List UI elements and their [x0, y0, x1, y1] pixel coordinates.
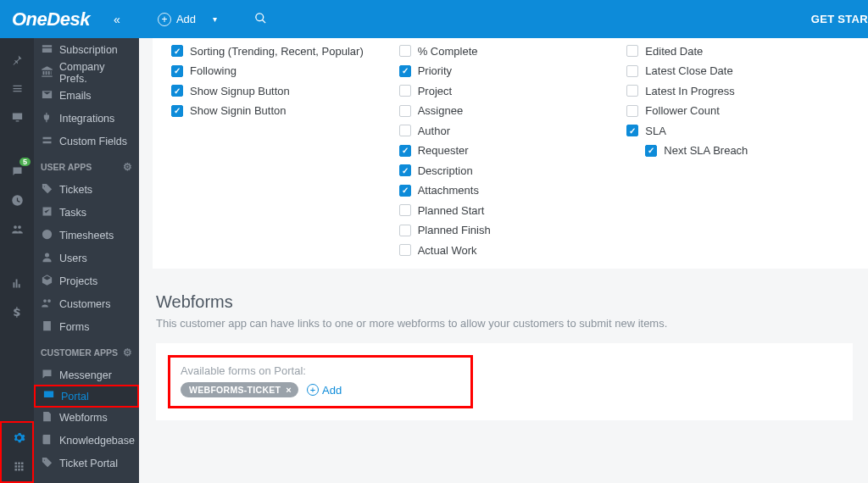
- checkbox-attachments[interactable]: ✓Attachments: [399, 180, 627, 201]
- checkbox-label: Planned Start: [418, 204, 485, 217]
- checkbox-icon: [399, 45, 411, 57]
- nav-timesheets[interactable]: Timesheets: [34, 224, 139, 247]
- nav-webforms[interactable]: Webforms: [34, 406, 139, 429]
- user-icon: [41, 251, 53, 266]
- checkbox-label: SLA: [645, 125, 666, 137]
- chip-remove-icon[interactable]: ×: [286, 385, 292, 395]
- checkbox-assignee[interactable]: Assignee: [399, 101, 627, 121]
- add-webform-button[interactable]: + Add: [307, 384, 342, 397]
- rail-pin-icon[interactable]: [0, 45, 34, 74]
- plus-circle-icon: +: [307, 384, 319, 396]
- nav-label: Integrations: [59, 113, 114, 125]
- nav-tasks[interactable]: Tasks: [34, 201, 139, 224]
- clock-icon: [41, 228, 53, 243]
- collapse-sidebar-button[interactable]: «: [102, 0, 132, 38]
- checkbox-label: Show Signup Button: [190, 85, 290, 97]
- rail-list-icon[interactable]: [0, 74, 34, 103]
- checkbox-sorting-trending-recent-popular-[interactable]: ✓Sorting (Trending, Recent, Popular): [171, 42, 399, 62]
- checkbox-show-signup-button[interactable]: ✓Show Signup Button: [171, 81, 399, 102]
- checkbox-icon: ✓: [645, 145, 657, 157]
- checkbox-icon: ✓: [399, 145, 411, 157]
- checkbox-icon: [626, 85, 638, 97]
- plug-icon: [41, 111, 53, 126]
- checkbox-label: Show Signin Button: [190, 104, 286, 117]
- left-rail: 5: [0, 38, 34, 483]
- rail-chart-icon[interactable]: [0, 269, 34, 297]
- nav-label: Projects: [59, 275, 97, 287]
- rail-dollar-icon[interactable]: [0, 297, 34, 326]
- checkbox-latest-close-date[interactable]: Latest Close Date: [626, 61, 854, 81]
- gear-icon[interactable]: ⚙: [123, 161, 132, 173]
- checkbox-project[interactable]: Project: [399, 81, 627, 102]
- webform-chip[interactable]: WEBFORMS-TICKET ×: [181, 382, 298, 397]
- checkbox-planned-start[interactable]: Planned Start: [399, 201, 627, 221]
- nav-label: Ticket Portal: [59, 458, 118, 469]
- checkbox-actual-work[interactable]: Actual Work: [399, 241, 627, 261]
- nav-customers[interactable]: Customers: [34, 292, 139, 315]
- card-icon: [41, 42, 53, 58]
- nav-messenger[interactable]: Messenger: [34, 364, 139, 386]
- checkbox-icon: ✓: [399, 185, 411, 197]
- rail-message-icon[interactable]: 5: [0, 157, 34, 186]
- checkbox-following[interactable]: ✓Following: [171, 61, 399, 81]
- checkbox-priority[interactable]: ✓Priority: [399, 61, 627, 81]
- main-content: ✓By Status✓Sorting (Trending, Recent, Po…: [139, 38, 868, 483]
- checkbox-planned-finish[interactable]: Planned Finish: [399, 220, 627, 241]
- nav-subscription[interactable]: Subscription: [34, 38, 139, 61]
- chip-label: WEBFORMS-TICKET: [189, 385, 281, 395]
- nav-tickets[interactable]: Tickets: [34, 178, 139, 201]
- checkbox-icon: [626, 45, 638, 57]
- nav-projects[interactable]: Projects: [34, 269, 139, 292]
- checkbox-icon: [399, 105, 411, 117]
- nav-label: Users: [59, 253, 87, 264]
- checkbox-requester[interactable]: ✓Requester: [399, 141, 627, 161]
- nav-knowledgebase[interactable]: Knowledgebase: [34, 429, 139, 452]
- gear-icon[interactable]: ⚙: [123, 347, 132, 358]
- user-apps-header: USER APPS⚙: [34, 153, 139, 178]
- nav-company-prefs-[interactable]: Company Prefs.: [34, 61, 139, 84]
- nav-emails[interactable]: Emails: [34, 84, 139, 107]
- nav-ticket-portal[interactable]: Ticket Portal: [34, 452, 139, 475]
- checkbox-sla[interactable]: ✓SLA: [626, 121, 854, 142]
- add-label: Add: [322, 384, 342, 397]
- webforms-title: Webforms: [156, 292, 853, 312]
- checkbox-label: Edited Date: [645, 45, 703, 58]
- checkbox-label: Planned Finish: [418, 224, 491, 236]
- webforms-section: Webforms This customer app can have link…: [153, 282, 868, 436]
- checkbox-icon: [399, 85, 411, 97]
- nav-forms[interactable]: Forms: [34, 315, 139, 338]
- checkbox-show-signin-button[interactable]: ✓Show Signin Button: [171, 101, 399, 121]
- nav-integrations[interactable]: Integrations: [34, 107, 139, 130]
- tag-icon: [41, 456, 53, 471]
- nav-label: Knowledgebase: [59, 435, 135, 447]
- tag-icon: [41, 182, 53, 197]
- checkbox-description[interactable]: ✓Description: [399, 161, 627, 181]
- nav-custom-fields[interactable]: Custom Fields: [34, 130, 139, 153]
- add-button[interactable]: + Add ▾: [149, 13, 225, 26]
- checkbox-icon: ✓: [171, 85, 183, 97]
- chevron-down-icon: ▾: [213, 14, 217, 24]
- nav-users[interactable]: Users: [34, 247, 139, 269]
- checkbox-icon: ✓: [626, 125, 638, 136]
- rail-screen-icon[interactable]: [0, 103, 34, 131]
- checkbox-author[interactable]: Author: [399, 121, 627, 142]
- field-icon: [41, 134, 53, 149]
- available-forms-label: Available forms on Portal:: [181, 364, 460, 377]
- rail-users-icon[interactable]: [0, 214, 34, 243]
- checkbox-next-sla-breach[interactable]: ✓Next SLA Breach: [626, 141, 854, 161]
- nav-label: Customers: [59, 298, 110, 310]
- checkbox-icon: ✓: [171, 65, 183, 77]
- message-badge: 5: [19, 158, 31, 166]
- get-started-button[interactable]: GET STAR: [811, 13, 868, 25]
- rail-clock-icon[interactable]: [0, 186, 34, 214]
- rail-gear-icon[interactable]: [2, 423, 36, 452]
- form-icon: [41, 319, 53, 335]
- search-button[interactable]: [254, 12, 267, 27]
- rail-apps-icon[interactable]: [2, 452, 36, 482]
- checkbox-latest-in-progress[interactable]: Latest In Progress: [626, 81, 854, 102]
- checkbox-edited-date[interactable]: Edited Date: [626, 42, 854, 62]
- checkbox--complete[interactable]: % Complete: [399, 42, 627, 62]
- checkbox-label: Priority: [418, 64, 452, 77]
- nav-portal[interactable]: Portal: [34, 385, 139, 408]
- checkbox-follower-count[interactable]: Follower Count: [626, 101, 854, 121]
